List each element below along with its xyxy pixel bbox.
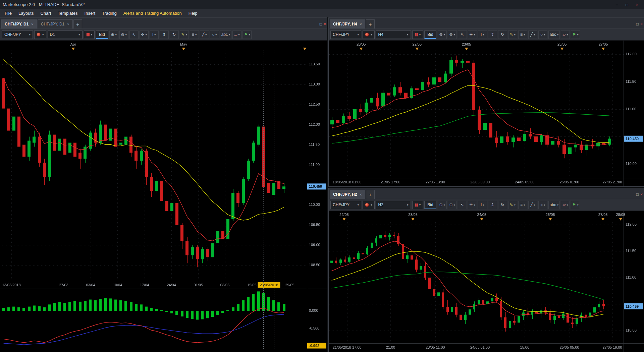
restore-panel-icon[interactable]: □: [320, 22, 322, 26]
zoom-out-icon[interactable]: ⊖▾: [448, 201, 457, 209]
interval-icon[interactable]: I▾: [150, 31, 159, 39]
ellipse-icon[interactable]: ○▾: [538, 31, 547, 39]
interval-icon[interactable]: I▾: [478, 31, 487, 39]
crosshair-icon[interactable]: ✛▾: [468, 201, 477, 209]
refresh-icon[interactable]: ↻: [498, 201, 507, 209]
timeframe-select[interactable]: H4 ▾: [376, 31, 411, 39]
close-tab-icon[interactable]: ×: [360, 22, 362, 26]
close-panel-icon[interactable]: ×: [640, 22, 643, 26]
bid-button[interactable]: Bid: [424, 31, 436, 39]
autoscale-icon[interactable]: ⇕: [488, 31, 497, 39]
menu-item-help[interactable]: Help: [185, 9, 201, 17]
maximize-icon[interactable]: □: [623, 2, 631, 8]
text-tool-icon[interactable]: abc▾: [220, 31, 231, 39]
add-tab-button[interactable]: +: [73, 19, 82, 28]
timeframe-value: H2: [378, 202, 383, 207]
restore-panel-icon[interactable]: □: [636, 22, 639, 26]
tab-chfjpy-h2[interactable]: CHF/JPY, H2 ×: [330, 190, 365, 199]
trendline-icon[interactable]: ╱▾: [200, 31, 209, 39]
text-tool-icon[interactable]: abc▾: [548, 201, 560, 209]
instrument-color-select[interactable]: ▾: [363, 31, 375, 39]
chevron-down-icon: ▾: [524, 33, 525, 36]
ellipse-icon[interactable]: ○▾: [210, 31, 219, 39]
chevron-down-icon: ▾: [357, 33, 359, 36]
pencil-icon[interactable]: ✎▾: [508, 201, 517, 209]
tab-chfjpy-d1-2[interactable]: CHF/JPY, D1 ×: [38, 19, 73, 28]
bid-button[interactable]: Bid: [424, 201, 436, 209]
tab-bar: CHF/JPY, D1 × CHF/JPY, D1 × + □ ×: [0, 18, 327, 28]
chart-panel-h2: CHF/JPY, H2 × + □ × CHF/JPY ▾: [328, 188, 644, 352]
chevron-down-icon: ▾: [238, 33, 240, 36]
indicators-icon[interactable]: ≡▾: [518, 31, 527, 39]
crosshair-icon[interactable]: ✛▾: [468, 31, 477, 39]
menu-item-templates[interactable]: Templates: [54, 9, 81, 17]
trendline-icon[interactable]: ╱▾: [528, 201, 537, 209]
crosshair-icon[interactable]: ✛▾: [140, 31, 149, 39]
chart-type-select[interactable]: ▮▮ ▾: [84, 31, 95, 39]
zoom-in-icon[interactable]: ⊕▾: [438, 201, 447, 209]
menu-item-trading[interactable]: Trading: [99, 9, 120, 17]
menu-item-file[interactable]: File: [1, 9, 15, 17]
close-tab-icon[interactable]: ×: [360, 192, 362, 196]
marker-icon[interactable]: ⚑▾: [243, 31, 252, 39]
ellipse-icon[interactable]: ○▾: [538, 201, 547, 209]
zoom-out-icon[interactable]: ⊖▾: [119, 31, 128, 39]
trendline-icon[interactable]: ╱▾: [528, 31, 537, 39]
symbol-select[interactable]: CHF/JPY ▾: [2, 31, 33, 39]
minimize-icon[interactable]: –: [612, 2, 621, 8]
tab-chfjpy-h4[interactable]: CHF/JPY, H4 ×: [330, 19, 365, 28]
menu-item-insert[interactable]: Insert: [81, 9, 99, 17]
indicators-icon[interactable]: ≡▾: [518, 201, 527, 209]
menu-item-chart[interactable]: Chart: [37, 9, 55, 17]
add-tab-button[interactable]: +: [366, 190, 375, 199]
price-chart-canvas-h2[interactable]: [329, 211, 644, 352]
chevron-down-icon: ▾: [444, 203, 445, 207]
tab-chfjpy-d1[interactable]: CHF/JPY, D1 ×: [1, 19, 37, 28]
refresh-icon[interactable]: ↻: [170, 31, 179, 39]
autoscale-icon[interactable]: ⇕: [160, 31, 169, 39]
zoom-in-icon[interactable]: ⊕▾: [438, 31, 447, 39]
zoom-in-icon[interactable]: ⊕▾: [109, 31, 118, 39]
eraser-icon[interactable]: ▱▾: [232, 31, 241, 39]
chart-type-select[interactable]: ▮▮ ▾: [412, 201, 423, 209]
indicators-icon[interactable]: ≡▾: [190, 31, 199, 39]
marker-icon[interactable]: ⚑▾: [571, 31, 580, 39]
marker-icon[interactable]: ⚑▾: [571, 201, 580, 209]
interval-icon[interactable]: I▾: [478, 201, 487, 209]
timeframe-select[interactable]: D1 ▾: [48, 31, 83, 39]
close-tab-icon[interactable]: ×: [31, 22, 33, 26]
zoom-out-icon[interactable]: ⊖▾: [448, 31, 457, 39]
price-chart-canvas-h4[interactable]: [329, 41, 644, 186]
timeframe-select[interactable]: H2 ▾: [376, 201, 411, 209]
chart-area-h4[interactable]: [329, 41, 644, 186]
instrument-color-select[interactable]: ▾: [363, 201, 375, 209]
price-chart-canvas-d1[interactable]: [0, 41, 327, 352]
symbol-select[interactable]: CHF/JPY ▾: [330, 201, 361, 209]
restore-panel-icon[interactable]: □: [636, 192, 639, 197]
text-tool-icon[interactable]: abc▾: [548, 31, 560, 39]
cursor-icon[interactable]: ↖: [458, 201, 467, 209]
autoscale-icon[interactable]: ⇕: [488, 201, 497, 209]
chevron-down-icon: ▾: [371, 203, 372, 207]
eraser-icon[interactable]: ▱▾: [561, 201, 570, 209]
symbol-select[interactable]: CHF/JPY ▾: [330, 31, 361, 39]
cursor-icon[interactable]: ↖: [458, 31, 467, 39]
menu-item-layouts[interactable]: Layouts: [15, 9, 37, 17]
eraser-icon[interactable]: ▱▾: [561, 31, 570, 39]
pencil-icon[interactable]: ✎▾: [508, 31, 517, 39]
close-panel-icon[interactable]: ×: [640, 192, 643, 197]
close-icon[interactable]: ×: [633, 2, 641, 8]
chart-area-d1[interactable]: [0, 41, 327, 352]
instrument-color-select[interactable]: ▾: [34, 31, 46, 39]
add-tab-button[interactable]: +: [366, 19, 375, 28]
pencil-icon[interactable]: ✎▾: [180, 31, 189, 39]
chart-area-h2[interactable]: [329, 211, 644, 352]
chart-type-select[interactable]: ▮▮ ▾: [412, 31, 423, 39]
close-panel-icon[interactable]: ×: [324, 22, 326, 26]
refresh-icon[interactable]: ↻: [498, 31, 507, 39]
chevron-down-icon: ▾: [534, 203, 535, 207]
cursor-icon[interactable]: ↖: [129, 31, 139, 39]
close-tab-icon[interactable]: ×: [67, 22, 69, 26]
menu-item-alerts-and-trading-automation[interactable]: Alerts and Trading Automation: [120, 9, 185, 17]
bid-button[interactable]: Bid: [96, 31, 108, 39]
